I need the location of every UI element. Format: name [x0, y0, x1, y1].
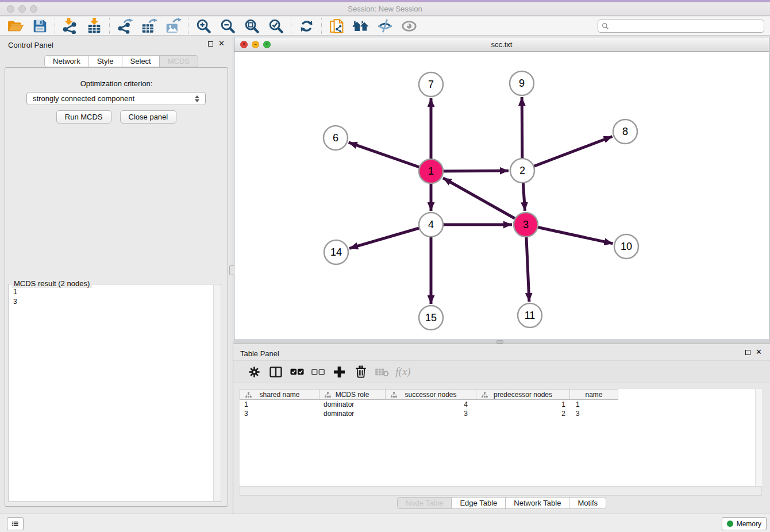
toolbar-separator — [188, 18, 188, 34]
tab-network-table[interactable]: Network Table — [506, 497, 569, 509]
network-canvas[interactable]: 1234678910111415 — [234, 52, 769, 340]
zoom-selected-icon[interactable] — [264, 17, 288, 35]
hide-selected-icon[interactable] — [373, 17, 397, 35]
graph-edge-3-1[interactable] — [443, 178, 526, 225]
zoom-fit-icon[interactable] — [240, 17, 264, 35]
graph-node-7[interactable]: 7 — [419, 72, 443, 97]
add-column-icon[interactable] — [329, 361, 350, 382]
float-table-panel-icon[interactable] — [745, 350, 750, 355]
export-image-icon[interactable] — [161, 17, 185, 35]
control-panel: Control Panel ✕ NetworkStyleSelectMCDS O… — [0, 36, 233, 514]
tab-mcds[interactable]: MCDS — [160, 55, 198, 67]
table-cell[interactable]: 3 — [386, 409, 476, 418]
graph-node-8[interactable]: 8 — [613, 119, 637, 144]
column-header-MCDS-role[interactable]: MCDS role — [319, 389, 386, 400]
refresh-layout-icon[interactable] — [294, 17, 318, 35]
graph-node-4[interactable]: 4 — [419, 213, 443, 237]
search-icon — [602, 22, 609, 30]
memory-button[interactable]: Memory — [722, 517, 767, 530]
graph-node-6[interactable]: 6 — [324, 126, 348, 150]
tab-node-table[interactable]: Node Table — [397, 497, 452, 509]
zoom-out-icon[interactable] — [215, 17, 240, 35]
close-panel-icon[interactable]: ✕ — [218, 41, 225, 47]
tab-edge-table[interactable]: Edge Table — [452, 497, 506, 509]
graph-node-10[interactable]: 10 — [614, 234, 638, 259]
table-cell[interactable]: 1 — [240, 400, 319, 409]
table-cell[interactable]: dominator — [319, 400, 386, 409]
result-scrollbar[interactable] — [213, 285, 220, 501]
close-panel-button[interactable]: Close panel — [120, 110, 177, 124]
graph-edge-2-8[interactable] — [522, 137, 613, 171]
toolbar-separator — [109, 18, 110, 34]
table-cell[interactable]: 1 — [476, 400, 570, 409]
status-bar: Memory — [0, 514, 770, 532]
table-cell[interactable]: 3 — [240, 409, 319, 418]
column-header-shared-name[interactable]: shared name — [240, 389, 319, 400]
save-session-icon[interactable] — [28, 17, 52, 35]
column-header-successor-nodes[interactable]: successor nodes — [386, 389, 476, 400]
table-row[interactable]: 1dominator411 — [240, 400, 618, 409]
split-panel-icon[interactable] — [265, 361, 286, 382]
tab-network[interactable]: Network — [44, 55, 89, 67]
table-cell[interactable]: 1 — [570, 400, 618, 409]
graph-node-9[interactable]: 9 — [510, 71, 534, 95]
tab-style[interactable]: Style — [89, 55, 122, 67]
zoom-in-icon[interactable] — [191, 17, 215, 35]
table-vertical-scrollbar[interactable] — [755, 389, 762, 486]
optimization-criterion-label: Optimization criterion: — [5, 79, 228, 88]
task-history-button[interactable] — [7, 517, 24, 530]
graph-node-3[interactable]: 3 — [514, 213, 538, 237]
graph-edge-1-6[interactable] — [349, 142, 431, 171]
tab-select[interactable]: Select — [122, 55, 160, 67]
import-table-icon[interactable] — [82, 17, 106, 35]
criterion-dropdown[interactable]: strongly connected component — [26, 92, 206, 105]
network-window-titlebar[interactable]: ✕ − + scc.txt — [234, 37, 769, 52]
first-neighbors-icon[interactable] — [349, 17, 373, 35]
duplicate-network-icon[interactable] — [325, 17, 349, 35]
toolbar-separator — [291, 18, 291, 34]
function-builder-icon: f(x) — [392, 361, 414, 382]
tab-motifs[interactable]: Motifs — [569, 497, 606, 509]
delete-column-icon[interactable] — [350, 361, 371, 382]
graph-node-14[interactable]: 14 — [324, 240, 348, 264]
open-session-icon[interactable] — [3, 17, 28, 35]
panel-splitter-handle[interactable] — [229, 265, 234, 275]
graph-edge-3-10[interactable] — [526, 225, 613, 244]
main-toolbar — [0, 17, 770, 36]
control-panel-title: Control Panel — [8, 41, 53, 49]
graph-node-2[interactable]: 2 — [510, 159, 534, 183]
graph-node-11[interactable]: 11 — [518, 303, 542, 327]
table-settings-icon[interactable] — [244, 361, 265, 382]
mcds-result-text[interactable]: 13 — [10, 286, 213, 501]
float-panel-icon[interactable] — [208, 41, 213, 47]
table-toolbar: f(x) — [233, 360, 770, 383]
window-title: Session: New Session — [0, 5, 770, 13]
table-cell[interactable]: 2 — [476, 409, 570, 418]
select-all-icon[interactable] — [286, 361, 307, 382]
table-cell[interactable]: 3 — [570, 409, 618, 418]
import-network-icon[interactable] — [58, 17, 82, 35]
table-horizontal-scrollbar[interactable] — [240, 486, 762, 496]
export-network-icon[interactable] — [113, 17, 137, 35]
search-input[interactable] — [611, 22, 760, 30]
task-list-icon — [12, 520, 18, 527]
close-table-panel-icon[interactable]: ✕ — [756, 349, 762, 355]
export-table-icon[interactable] — [137, 17, 161, 35]
svg-text:7: 7 — [428, 79, 434, 90]
table-row[interactable]: 3dominator323 — [240, 409, 618, 418]
show-all-icon[interactable] — [397, 17, 421, 35]
network-graph[interactable]: 1234678910111415 — [234, 52, 769, 340]
column-header-name[interactable]: name — [570, 389, 618, 400]
graph-node-1[interactable]: 1 — [419, 159, 443, 183]
deselect-all-icon[interactable] — [307, 361, 329, 382]
application-window: Session: New Session — [0, 0, 770, 532]
column-header-predecessor-nodes[interactable]: predecessor nodes — [476, 389, 570, 400]
horizontal-splitter-handle[interactable] — [496, 340, 503, 344]
graph-node-15[interactable]: 15 — [419, 306, 443, 330]
run-mcds-button[interactable]: Run MCDS — [56, 110, 111, 124]
search-box[interactable] — [598, 20, 764, 33]
table-cell[interactable]: 4 — [386, 400, 476, 409]
table-cell[interactable]: dominator — [319, 409, 386, 418]
svg-text:6: 6 — [333, 132, 338, 144]
svg-text:3: 3 — [523, 219, 529, 230]
